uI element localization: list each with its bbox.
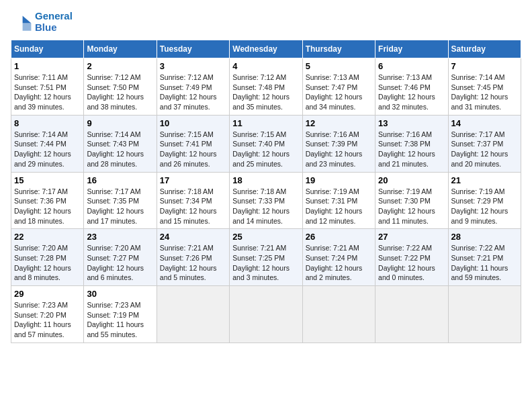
day-number: 18	[232, 175, 299, 185]
day-info: Sunrise: 7:16 AM Sunset: 7:38 PM Dayligh…	[378, 130, 445, 169]
day-number: 1	[14, 61, 81, 71]
calendar-cell: 16Sunrise: 7:17 AM Sunset: 7:35 PM Dayli…	[84, 172, 157, 229]
calendar-cell: 15Sunrise: 7:17 AM Sunset: 7:36 PM Dayli…	[11, 172, 84, 229]
day-number: 24	[160, 232, 226, 242]
calendar-cell: 20Sunrise: 7:19 AM Sunset: 7:30 PM Dayli…	[375, 172, 448, 229]
day-info: Sunrise: 7:19 AM Sunset: 7:30 PM Dayligh…	[378, 187, 445, 226]
day-number: 15	[14, 175, 81, 185]
day-info: Sunrise: 7:22 AM Sunset: 7:22 PM Dayligh…	[378, 243, 445, 283]
day-number: 25	[232, 232, 299, 242]
day-number: 14	[451, 118, 518, 128]
logo-text: General Blue	[35, 11, 73, 33]
day-info: Sunrise: 7:20 AM Sunset: 7:28 PM Dayligh…	[14, 243, 81, 283]
day-number: 28	[451, 232, 518, 242]
day-number: 6	[378, 61, 445, 71]
day-number: 7	[451, 61, 518, 71]
calendar-cell: 3Sunrise: 7:12 AM Sunset: 7:49 PM Daylig…	[157, 58, 229, 116]
day-info: Sunrise: 7:22 AM Sunset: 7:21 PM Dayligh…	[451, 243, 518, 283]
day-info: Sunrise: 7:16 AM Sunset: 7:39 PM Dayligh…	[306, 130, 372, 169]
calendar-cell: 10Sunrise: 7:15 AM Sunset: 7:41 PM Dayli…	[157, 115, 229, 172]
day-info: Sunrise: 7:12 AM Sunset: 7:49 PM Dayligh…	[160, 73, 226, 112]
days-of-week-row: SundayMondayTuesdayWednesdayThursdayFrid…	[11, 40, 521, 58]
day-info: Sunrise: 7:20 AM Sunset: 7:27 PM Dayligh…	[87, 243, 153, 283]
day-header-sunday: Sunday	[11, 40, 84, 58]
calendar-cell	[375, 286, 448, 343]
day-number: 21	[451, 175, 518, 185]
day-info: Sunrise: 7:17 AM Sunset: 7:37 PM Dayligh…	[451, 130, 518, 169]
calendar-cell	[230, 286, 302, 343]
calendar-cell: 22Sunrise: 7:20 AM Sunset: 7:28 PM Dayli…	[11, 229, 84, 286]
day-number: 3	[160, 61, 226, 71]
day-number: 9	[87, 118, 153, 128]
calendar-cell: 25Sunrise: 7:21 AM Sunset: 7:25 PM Dayli…	[230, 229, 302, 286]
day-number: 30	[87, 289, 153, 299]
calendar-cell: 19Sunrise: 7:19 AM Sunset: 7:31 PM Dayli…	[302, 172, 375, 229]
calendar-cell	[302, 286, 375, 343]
calendar-cell: 30Sunrise: 7:23 AM Sunset: 7:19 PM Dayli…	[84, 286, 157, 343]
day-number: 29	[14, 289, 81, 299]
calendar-cell: 11Sunrise: 7:15 AM Sunset: 7:40 PM Dayli…	[230, 115, 302, 172]
day-info: Sunrise: 7:21 AM Sunset: 7:25 PM Dayligh…	[232, 243, 299, 283]
day-info: Sunrise: 7:17 AM Sunset: 7:36 PM Dayligh…	[14, 187, 81, 226]
day-info: Sunrise: 7:14 AM Sunset: 7:45 PM Dayligh…	[451, 73, 518, 112]
day-info: Sunrise: 7:18 AM Sunset: 7:33 PM Dayligh…	[232, 187, 299, 226]
day-number: 16	[87, 175, 153, 185]
calendar-week-3: 22Sunrise: 7:20 AM Sunset: 7:28 PM Dayli…	[11, 229, 521, 286]
calendar-cell: 12Sunrise: 7:16 AM Sunset: 7:39 PM Dayli…	[302, 115, 375, 172]
day-header-friday: Friday	[375, 40, 448, 58]
calendar-week-0: 1Sunrise: 7:11 AM Sunset: 7:51 PM Daylig…	[11, 58, 521, 116]
day-info: Sunrise: 7:18 AM Sunset: 7:34 PM Dayligh…	[160, 187, 226, 226]
calendar-cell: 13Sunrise: 7:16 AM Sunset: 7:38 PM Dayli…	[375, 115, 448, 172]
calendar-cell: 23Sunrise: 7:20 AM Sunset: 7:27 PM Dayli…	[84, 229, 157, 286]
calendar-cell	[157, 286, 229, 343]
svg-marker-0	[23, 15, 32, 23]
day-info: Sunrise: 7:19 AM Sunset: 7:29 PM Dayligh…	[451, 187, 518, 226]
day-info: Sunrise: 7:13 AM Sunset: 7:47 PM Dayligh…	[306, 73, 372, 112]
day-header-monday: Monday	[84, 40, 157, 58]
day-info: Sunrise: 7:13 AM Sunset: 7:46 PM Dayligh…	[378, 73, 445, 112]
day-number: 17	[160, 175, 226, 185]
day-number: 22	[14, 232, 81, 242]
svg-marker-1	[23, 23, 32, 30]
calendar-cell: 28Sunrise: 7:22 AM Sunset: 7:21 PM Dayli…	[448, 229, 521, 286]
day-info: Sunrise: 7:12 AM Sunset: 7:48 PM Dayligh…	[232, 73, 299, 112]
calendar-cell: 6Sunrise: 7:13 AM Sunset: 7:46 PM Daylig…	[375, 58, 448, 116]
day-number: 10	[160, 118, 226, 128]
day-number: 2	[87, 61, 153, 71]
day-header-tuesday: Tuesday	[157, 40, 229, 58]
day-header-wednesday: Wednesday	[230, 40, 302, 58]
day-number: 12	[306, 118, 372, 128]
day-number: 19	[306, 175, 372, 185]
day-info: Sunrise: 7:14 AM Sunset: 7:44 PM Dayligh…	[14, 130, 81, 169]
day-info: Sunrise: 7:14 AM Sunset: 7:43 PM Dayligh…	[87, 130, 153, 169]
calendar-cell: 14Sunrise: 7:17 AM Sunset: 7:37 PM Dayli…	[448, 115, 521, 172]
day-info: Sunrise: 7:23 AM Sunset: 7:20 PM Dayligh…	[14, 300, 81, 340]
day-number: 4	[232, 61, 299, 71]
day-number: 23	[87, 232, 153, 242]
day-info: Sunrise: 7:12 AM Sunset: 7:50 PM Dayligh…	[87, 73, 153, 112]
day-number: 8	[14, 118, 81, 128]
calendar-cell	[448, 286, 521, 343]
calendar-cell: 2Sunrise: 7:12 AM Sunset: 7:50 PM Daylig…	[84, 58, 157, 116]
day-number: 20	[378, 175, 445, 185]
calendar-week-1: 8Sunrise: 7:14 AM Sunset: 7:44 PM Daylig…	[11, 115, 521, 172]
calendar-cell: 17Sunrise: 7:18 AM Sunset: 7:34 PM Dayli…	[157, 172, 229, 229]
day-header-saturday: Saturday	[448, 40, 521, 58]
calendar-cell: 7Sunrise: 7:14 AM Sunset: 7:45 PM Daylig…	[448, 58, 521, 116]
calendar-cell: 5Sunrise: 7:13 AM Sunset: 7:47 PM Daylig…	[302, 58, 375, 116]
page-header: General Blue	[11, 11, 521, 33]
day-number: 11	[232, 118, 299, 128]
day-number: 13	[378, 118, 445, 128]
logo-icon	[11, 11, 32, 33]
day-info: Sunrise: 7:19 AM Sunset: 7:31 PM Dayligh…	[306, 187, 372, 226]
day-number: 27	[378, 232, 445, 242]
day-info: Sunrise: 7:15 AM Sunset: 7:41 PM Dayligh…	[160, 130, 226, 169]
day-info: Sunrise: 7:11 AM Sunset: 7:51 PM Dayligh…	[14, 73, 81, 112]
calendar-week-4: 29Sunrise: 7:23 AM Sunset: 7:20 PM Dayli…	[11, 286, 521, 343]
calendar-cell: 18Sunrise: 7:18 AM Sunset: 7:33 PM Dayli…	[230, 172, 302, 229]
calendar-cell: 1Sunrise: 7:11 AM Sunset: 7:51 PM Daylig…	[11, 58, 84, 116]
calendar-table: SundayMondayTuesdayWednesdayThursdayFrid…	[11, 40, 521, 343]
calendar-cell: 21Sunrise: 7:19 AM Sunset: 7:29 PM Dayli…	[448, 172, 521, 229]
day-info: Sunrise: 7:23 AM Sunset: 7:19 PM Dayligh…	[87, 300, 153, 340]
calendar-cell: 27Sunrise: 7:22 AM Sunset: 7:22 PM Dayli…	[375, 229, 448, 286]
